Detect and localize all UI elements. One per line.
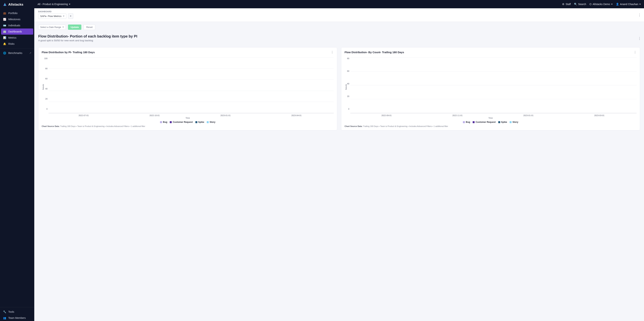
- dashboard-header: DASHBOARD SAFe- Flow Metrics + ⋮: [34, 8, 644, 22]
- legend-item[interactable]: Bug: [463, 121, 470, 123]
- building-icon: 🏢: [3, 30, 6, 33]
- sidebar-item-tools[interactable]: 🔧 Tools: [0, 309, 34, 315]
- x-axis-label: Time: [42, 117, 334, 119]
- chart-title: Flow Distribution by PI- Trailing 180 Da…: [42, 51, 95, 54]
- x-tick-label: 2023-01-01: [190, 114, 261, 116]
- user-icon: 👤: [616, 3, 619, 6]
- search-link[interactable]: 🔍 Search: [574, 3, 586, 6]
- legend-item[interactable]: Spike: [195, 121, 204, 123]
- search-icon: 🔍: [574, 3, 577, 6]
- x-tick-label: 2023-01-01: [493, 114, 564, 116]
- chart-legend: BugCustomer RequestSpikeStory: [344, 121, 636, 123]
- sidebar: Allstacks 💼Portfolio📈Milestones🪪Individu…: [0, 0, 34, 321]
- id-card-icon: 🪪: [3, 24, 6, 27]
- brand-name: Allstacks: [8, 2, 23, 6]
- x-axis-label: Time: [344, 117, 636, 119]
- sidebar-item-portfolio[interactable]: 💼Portfolio: [0, 10, 34, 16]
- legend-item[interactable]: Story: [207, 121, 216, 123]
- bar-column: [262, 57, 332, 113]
- scope-label: All - Product & Engineering: [38, 3, 68, 6]
- chart-line-icon: 📈: [3, 18, 6, 21]
- sidebar-item-label: Individuals: [8, 24, 20, 27]
- chart-card: Flow Distribution by PI- Trailing 180 Da…: [38, 47, 337, 130]
- sidebar-item-label: Benchmarks: [8, 52, 22, 54]
- bar-column: [50, 57, 121, 113]
- legend-swatch: [463, 121, 465, 123]
- y-axis-label: Issues: [344, 57, 347, 113]
- sidebar-item-label: Portfolio: [8, 12, 18, 14]
- sitemap-icon: ⌬: [589, 3, 592, 6]
- x-tick-label: 2022-11-01: [422, 114, 493, 116]
- legend-swatch: [498, 121, 500, 123]
- divider: [0, 307, 34, 307]
- x-ticks: 2022-07-012022-10-012023-01-012023-04-01: [42, 114, 334, 116]
- sidebar-item-benchmarks[interactable]: 🌐 Benchmarks ↗: [0, 50, 34, 56]
- user-name: Anand Chauhan: [620, 3, 638, 6]
- legend-item[interactable]: Customer Request: [170, 121, 193, 123]
- sidebar-item-label: Risks: [8, 42, 14, 45]
- date-range-select[interactable]: Select a Date Range: [38, 25, 66, 30]
- y-ticks: 806040200: [347, 57, 350, 113]
- section-actions-menu[interactable]: ⋮: [638, 36, 641, 40]
- chart-plot: [350, 57, 636, 113]
- bar-column: [121, 57, 191, 113]
- sidebar-item-label: Metrics: [8, 36, 16, 39]
- dashboard-actions-menu[interactable]: ⋮: [638, 13, 641, 17]
- sidebar-item-individuals[interactable]: 🪪Individuals: [0, 22, 34, 28]
- chart-actions-menu[interactable]: ⋮: [331, 50, 334, 54]
- external-link-icon: ↗: [29, 52, 32, 54]
- y-ticks: 100806040200: [44, 57, 48, 113]
- sidebar-item-dashboards[interactable]: 🏢Dashboards: [1, 28, 33, 34]
- x-ticks: 2022-09-012022-11-012023-01-012023-03-01: [344, 114, 636, 116]
- section-subtitle: A good split is 50/50 for new work and b…: [38, 39, 640, 42]
- bar-column: [564, 57, 635, 113]
- chart-cards-row: Flow Distribution by PI- Trailing 180 Da…: [34, 47, 644, 130]
- legend-swatch: [473, 121, 474, 123]
- bar-chart-icon: 📊: [3, 36, 6, 39]
- divider: [0, 48, 34, 48]
- chart-title: Flow Distribution- By Count- Trailing 18…: [344, 51, 404, 54]
- reset-button[interactable]: Reset: [84, 24, 95, 30]
- add-dashboard-button[interactable]: +: [68, 13, 73, 19]
- bar-column: [494, 57, 564, 113]
- org-picker[interactable]: ⌬ Allstacks Demo: [589, 3, 612, 6]
- user-menu[interactable]: 👤 Anand Chauhan: [616, 3, 641, 6]
- scope-picker[interactable]: All - Product & Engineering: [38, 3, 70, 6]
- filter-bar: Select a Date Range Update Reset: [34, 22, 644, 32]
- sidebar-item-label: Milestones: [8, 18, 20, 21]
- chart-actions-menu[interactable]: ⋮: [634, 50, 636, 54]
- legend-swatch: [207, 121, 209, 123]
- chevron-down-icon: [62, 27, 64, 28]
- chart-card: Flow Distribution- By Count- Trailing 18…: [341, 47, 640, 130]
- chevron-down-icon: [611, 4, 612, 5]
- sidebar-item-milestones[interactable]: 📈Milestones: [0, 16, 34, 22]
- brand-logo[interactable]: Allstacks: [0, 0, 34, 9]
- dashboard-name-select[interactable]: SAFe- Flow Metrics: [38, 14, 66, 19]
- legend-swatch: [510, 121, 512, 123]
- staff-link[interactable]: ⚙ Staff: [562, 3, 571, 6]
- update-button[interactable]: Update: [68, 24, 81, 30]
- x-tick-label: 2022-07-01: [48, 114, 119, 116]
- section-title: Flow Distribution- Portion of each backl…: [38, 34, 640, 38]
- sidebar-item-risks[interactable]: 🔔Risks: [0, 41, 34, 47]
- x-tick-label: 2022-09-01: [351, 114, 422, 116]
- legend-swatch: [160, 121, 162, 123]
- section-header: Flow Distribution- Portion of each backl…: [34, 32, 644, 47]
- legend-item[interactable]: Customer Request: [473, 121, 496, 123]
- bell-icon: 🔔: [3, 42, 6, 45]
- x-tick-label: 2023-04-01: [261, 114, 332, 116]
- legend-item[interactable]: Bug: [160, 121, 167, 123]
- chart-source: Chart Source Data: Trailing 180 Days • T…: [344, 125, 636, 127]
- logo-icon: [3, 2, 7, 6]
- sidebar-item-label: Dashboards: [8, 30, 22, 33]
- legend-item[interactable]: Spike: [498, 121, 507, 123]
- x-tick-label: 2023-03-01: [564, 114, 635, 116]
- topbar: All - Product & Engineering ⚙ Staff 🔍 Se…: [34, 0, 644, 8]
- sidebar-item-team-members[interactable]: 👥 Team Members: [0, 315, 34, 321]
- chevron-down-icon: [69, 4, 70, 5]
- legend-swatch: [170, 121, 172, 123]
- bar-column: [191, 57, 262, 113]
- dashboard-name-label: SAFe- Flow Metrics: [40, 15, 62, 18]
- legend-item[interactable]: Story: [510, 121, 518, 123]
- sidebar-item-metrics[interactable]: 📊Metrics: [0, 34, 34, 41]
